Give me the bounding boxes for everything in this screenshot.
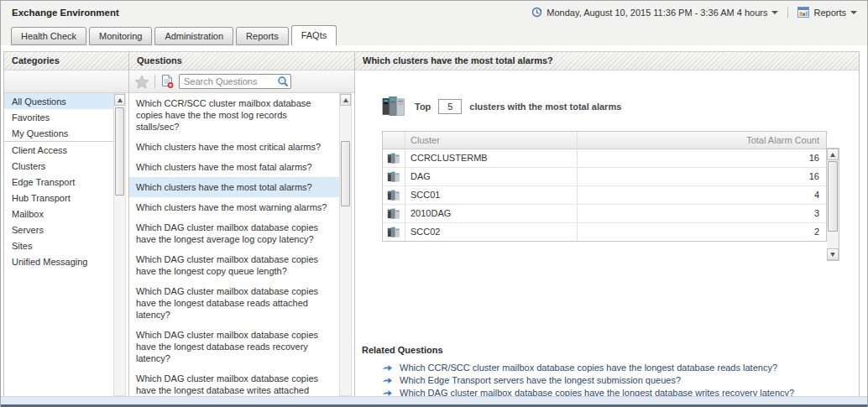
timerange-label: Monday, August 10, 2015 11:36 PM - 3:36 … (546, 8, 767, 18)
related-arrow-icon (382, 363, 393, 372)
top-bar: Exchange Environment Monday, August 10, … (1, 1, 867, 23)
scroll-up-icon[interactable] (114, 94, 125, 106)
related-question-text: Which DAG cluster mailbox database copie… (400, 388, 794, 397)
tab[interactable]: Monitoring (89, 27, 152, 45)
scroll-down-icon[interactable] (827, 248, 839, 260)
categories-header: Categories (4, 52, 128, 70)
question-item[interactable]: Which DAG cluster mailbox database copie… (129, 368, 339, 396)
question-item[interactable]: Which clusters have the most fatal alarm… (129, 157, 339, 177)
category-item[interactable]: Unified Messaging (4, 253, 113, 269)
scrollbar-thumb[interactable] (115, 107, 124, 196)
alarm-count-cell: 16 (578, 149, 826, 167)
questions-panel: Questions (128, 51, 354, 396)
timerange-dropdown-arrow-icon[interactable] (771, 11, 778, 14)
top-count-input[interactable] (438, 99, 462, 114)
remove-question-icon[interactable] (160, 75, 174, 88)
categories-panel: Categories All Questions Favorites My Qu… (3, 51, 128, 396)
category-item[interactable]: My Questions (4, 125, 113, 142)
related-question-text: Which Edge Transport servers have the lo… (400, 375, 681, 385)
table-scrollbar[interactable] (827, 148, 839, 261)
clusters-icon (382, 96, 407, 117)
questions-list: Which CCR/SCC cluster mailbox database c… (129, 93, 339, 396)
cluster-icon (387, 208, 401, 220)
alarm-count-cell: 3 (578, 205, 826, 222)
category-item[interactable]: Clusters (4, 158, 113, 174)
content-area: Categories All Questions Favorites My Qu… (1, 45, 867, 396)
scroll-up-icon[interactable] (827, 149, 839, 160)
alarm-count-cell: 2 (578, 223, 826, 241)
cluster-column-header[interactable]: Cluster (405, 132, 578, 149)
category-item[interactable]: Edge Transport (4, 174, 113, 190)
questions-toolbar (129, 70, 354, 93)
related-questions-list: Which CCR/SCC cluster mailbox database c… (362, 361, 850, 396)
category-item[interactable]: Client Access (4, 142, 113, 158)
reports-dropdown-arrow-icon[interactable] (850, 11, 857, 14)
table-row[interactable]: 2010DAG 3 (383, 205, 826, 223)
category-item[interactable]: Servers (4, 222, 113, 237)
table-header-row: Cluster Total Alarm Count (383, 132, 826, 149)
app-window: Exchange Environment Monday, August 10, … (0, 0, 868, 407)
question-item[interactable]: Which clusters have the most critical al… (129, 137, 339, 157)
bottom-strip (1, 396, 867, 404)
related-question-link[interactable]: Which DAG cluster mailbox database copie… (362, 386, 850, 396)
cluster-name-cell: DAG (405, 168, 578, 185)
category-item[interactable]: All Questions (4, 93, 113, 109)
tab[interactable]: Health Check (11, 27, 86, 45)
cluster-name-cell: SCC02 (405, 223, 578, 241)
search-input[interactable] (179, 74, 291, 89)
tab[interactable]: Reports (236, 27, 289, 45)
category-item[interactable]: Favorites (4, 109, 113, 125)
question-item[interactable]: Which DAG cluster mailbox database copie… (129, 249, 339, 281)
cluster-name-cell: CCRCLUSTERMB (405, 149, 578, 167)
table-row[interactable]: SCC02 2 (383, 223, 826, 241)
category-item[interactable]: Hub Transport (4, 190, 113, 206)
top-suffix-label: clusters with the most total alarms (469, 102, 621, 112)
answer-panel: Which clusters have the most total alarm… (354, 51, 860, 396)
related-arrow-icon (382, 376, 393, 384)
total-alarm-count-column-header[interactable]: Total Alarm Count (578, 132, 826, 149)
category-item[interactable]: Mailbox (4, 206, 113, 222)
table-row[interactable]: SCC01 4 (383, 186, 826, 205)
scrollbar-thumb[interactable] (341, 141, 350, 206)
tab[interactable]: Administration (154, 27, 233, 45)
alarm-count-cell: 4 (578, 186, 826, 204)
related-question-link[interactable]: Which Edge Transport servers have the lo… (362, 373, 850, 386)
cluster-name-cell: 2010DAG (405, 205, 578, 222)
answer-body: Top clusters with the most total alarms … (355, 70, 859, 396)
table-row[interactable]: CCRCLUSTERMB 16 (383, 149, 826, 168)
categories-list: All Questions Favorites My Questions Cli… (4, 93, 113, 396)
search-icon[interactable] (277, 76, 289, 89)
topbar-divider (787, 7, 788, 18)
scroll-up-icon[interactable] (340, 94, 351, 106)
related-question-link[interactable]: Which CCR/SCC cluster mailbox database c… (362, 361, 850, 373)
favorite-star-icon[interactable] (134, 75, 149, 89)
cluster-name-cell: SCC01 (405, 186, 578, 204)
question-item[interactable]: Which clusters have the most total alarm… (129, 177, 339, 197)
category-item[interactable]: Sites (4, 237, 113, 253)
timerange-selector[interactable]: Monday, August 10, 2015 11:36 PM - 3:36 … (531, 7, 778, 18)
related-question-text: Which CCR/SCC cluster mailbox database c… (400, 363, 777, 373)
search-box (179, 74, 291, 89)
question-item[interactable]: Which clusters have the most warning ala… (129, 197, 339, 217)
questions-header: Questions (129, 52, 354, 70)
page-title: Exchange Environment (12, 8, 119, 18)
categories-toolbar (4, 70, 128, 93)
question-item[interactable]: Which DAG cluster mailbox database copie… (129, 217, 339, 249)
question-item[interactable]: Which CCR/SCC cluster mailbox database c… (129, 93, 339, 137)
timerange-clock-icon (531, 7, 542, 18)
related-questions-title: Related Questions (362, 345, 850, 355)
questions-scrollbar[interactable] (339, 93, 352, 396)
scrollbar-thumb[interactable] (828, 161, 838, 232)
table-row[interactable]: DAG 16 (383, 168, 826, 186)
top-prefix-label: Top (415, 102, 431, 112)
reports-menu[interactable]: Reports (797, 7, 857, 18)
alarm-count-cell: 16 (578, 168, 826, 185)
cluster-icon (387, 190, 401, 201)
categories-scrollbar[interactable] (113, 93, 126, 396)
tab[interactable]: FAQts (291, 25, 337, 45)
cluster-icon (387, 153, 401, 164)
related-arrow-icon (382, 389, 393, 397)
toolbar-divider (154, 75, 155, 88)
question-item[interactable]: Which DAG cluster mailbox database copie… (129, 281, 339, 325)
question-item[interactable]: Which DAG cluster mailbox database copie… (129, 325, 339, 368)
